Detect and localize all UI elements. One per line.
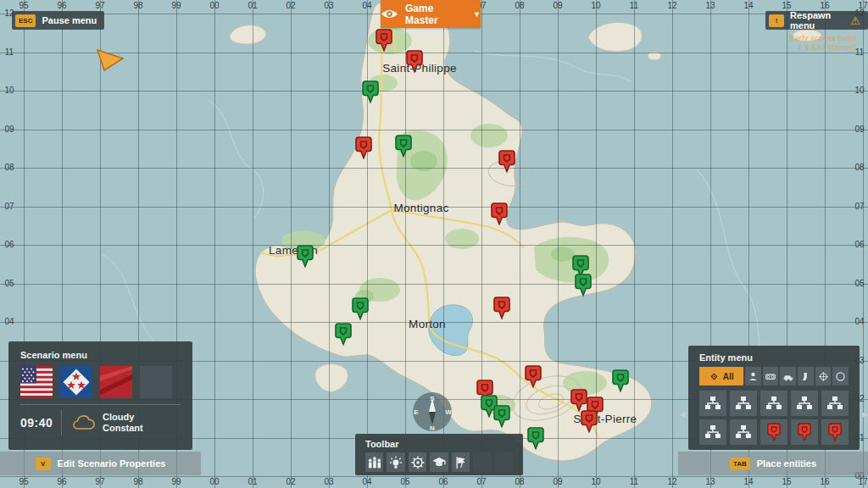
grid-label-bottom: 06 [435, 477, 452, 487]
place-entities-button[interactable]: TAB Place entities [678, 452, 868, 475]
weather-mode: Constant [103, 423, 143, 434]
empty-toolbar-slot [495, 452, 513, 472]
grid-label-top: 96 [53, 1, 70, 11]
empty-flag-slot[interactable] [140, 366, 172, 398]
scenario-menu-title: Scenario menu [20, 350, 181, 360]
grid-hline [0, 168, 868, 169]
entity-tab-vehicle[interactable] [780, 367, 796, 385]
edit-scenario-properties-button[interactable]: V Edit Scenario Properties [0, 452, 201, 475]
gm-cursor-icon [95, 46, 125, 73]
red-faction-marker[interactable] [355, 136, 372, 159]
us-flag-icon[interactable] [20, 366, 53, 398]
grid-label-left: 06 [3, 240, 16, 250]
grid-label-bottom: 11 [626, 477, 643, 487]
entity-tab-wheel[interactable] [815, 367, 832, 385]
entity-tab-all[interactable]: All [699, 367, 743, 385]
game-master-label: Game Master [405, 3, 466, 26]
grid-label-left: 08 [3, 163, 16, 173]
divider [61, 410, 62, 435]
group-entity-tile[interactable] [730, 419, 757, 445]
lightbulb-tool-button[interactable] [387, 452, 404, 472]
prev-page-arrow[interactable]: ◀ [680, 410, 686, 419]
grid-label-top: 99 [168, 1, 185, 11]
grid-label-bottom: 09 [549, 477, 566, 487]
entity-tab-character[interactable] [745, 367, 761, 385]
tab-key-badge: TAB [730, 458, 750, 470]
red-faction-entity-tile[interactable] [791, 419, 818, 445]
red-faction-entity-tile[interactable] [760, 419, 787, 445]
green-faction-marker[interactable] [575, 274, 592, 297]
group-entity-tile[interactable] [821, 391, 849, 416]
faction-flags [20, 366, 181, 398]
entity-tab-magazine[interactable] [798, 367, 814, 385]
grid-label-top: 12 [664, 1, 681, 11]
red-faction-marker[interactable] [376, 29, 392, 52]
warning-icon: ⚠ [850, 15, 860, 26]
grid-label-top: 01 [244, 1, 261, 11]
red-faction-marker[interactable] [493, 297, 510, 319]
entity-category-tabs: All [699, 367, 849, 385]
empty-toolbar-slot [473, 452, 491, 472]
fia-flag-icon[interactable] [60, 366, 92, 398]
red-faction-marker[interactable] [498, 150, 515, 173]
respawn-menu-button[interactable]: ! Respawn menu ⚠ [765, 11, 868, 30]
grid-label-bottom: 98 [130, 477, 147, 487]
grid-label-bottom: 07 [473, 477, 490, 487]
group-entity-tile[interactable] [699, 391, 726, 416]
red-faction-marker[interactable] [525, 365, 542, 388]
red-faction-marker[interactable] [581, 410, 598, 433]
group-entity-tile[interactable] [699, 419, 726, 445]
toolbar-panel: Toolbar [355, 434, 523, 475]
edit-scenario-label: Edit Scenario Properties [58, 458, 166, 469]
pause-menu-button[interactable]: ESC Pause menu [12, 11, 104, 30]
svg-text:E: E [414, 408, 419, 416]
red-faction-marker[interactable] [491, 202, 508, 225]
group-entity-tile[interactable] [791, 391, 818, 416]
weather-condition: Cloudy [103, 412, 143, 423]
scenario-time: 09:40 [20, 416, 59, 430]
entity-tab-optics[interactable] [763, 367, 779, 385]
v-key-badge: V [36, 458, 51, 470]
green-faction-marker[interactable] [335, 323, 352, 346]
red-faction-marker[interactable] [406, 50, 423, 73]
grid-vline [214, 0, 215, 488]
helm-tool-button[interactable] [409, 452, 426, 472]
respawn-menu-label: Respawn menu [790, 10, 844, 30]
grid-vline [520, 0, 520, 488]
grid-label-top: 00 [206, 1, 223, 11]
grid-label-right: 08 [853, 163, 866, 173]
entity-menu-panel: Entity menu All ◀ ▶ [688, 346, 860, 450]
gradcap-tool-button[interactable] [430, 452, 448, 472]
entity-tab-circle[interactable] [832, 367, 849, 385]
grid-hline [0, 91, 868, 92]
compass-rose: S N E W [410, 390, 454, 437]
game-master-banner[interactable]: Game Master ▼ [381, 0, 481, 28]
grid-hline [0, 130, 868, 130]
red-flag-icon[interactable] [100, 366, 132, 398]
group-entity-tile[interactable] [760, 391, 787, 416]
units-tool-button[interactable] [365, 452, 383, 472]
place-entities-label: Place entities [757, 458, 816, 469]
green-faction-marker[interactable] [297, 245, 314, 268]
grid-label-bottom: 02 [282, 477, 299, 487]
grid-label-bottom: 01 [244, 477, 261, 487]
green-faction-marker[interactable] [362, 80, 379, 103]
red-faction-entity-tile[interactable] [821, 419, 849, 445]
green-faction-marker[interactable] [395, 135, 412, 158]
green-faction-marker[interactable] [527, 427, 544, 450]
grid-label-left: 09 [3, 125, 16, 135]
grid-label-bottom: 04 [359, 477, 376, 487]
grid-vline [672, 0, 673, 488]
green-faction-marker[interactable] [352, 297, 369, 320]
grid-label-bottom: 16 [816, 477, 833, 487]
flags-tool-button[interactable] [452, 452, 470, 472]
next-page-arrow[interactable]: ▶ [862, 410, 868, 419]
town-label: Montignac [394, 202, 449, 214]
chevron-down-icon: ▼ [473, 10, 481, 19]
grid-label-bottom: 97 [92, 477, 108, 487]
green-faction-marker[interactable] [493, 405, 510, 428]
group-entity-tile[interactable] [730, 391, 757, 416]
red-faction-marker[interactable] [570, 389, 587, 412]
grid-vline [367, 0, 368, 488]
green-faction-marker[interactable] [612, 369, 629, 392]
